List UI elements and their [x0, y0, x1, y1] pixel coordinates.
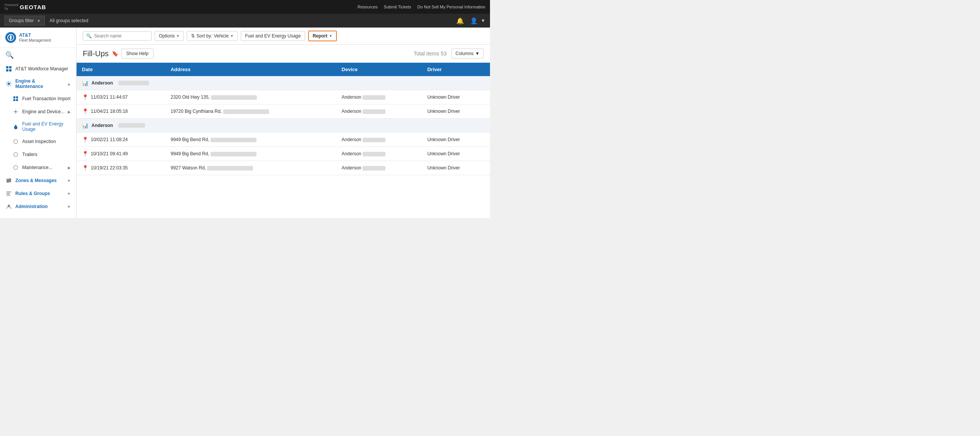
device-blurred — [363, 138, 385, 142]
submit-tickets-link[interactable]: Submit Tickets — [384, 5, 412, 9]
svg-rect-4 — [9, 69, 11, 72]
puzzle-sm-icon — [12, 95, 19, 102]
sidebar-item-asset-inspection[interactable]: Asset Inspection — [0, 135, 76, 148]
sidebar-label-rules: Rules & Groups — [15, 191, 50, 196]
sort-value: Vehicle — [214, 33, 229, 39]
svg-point-11 — [14, 140, 18, 144]
report-chevron-icon: ▼ — [329, 34, 332, 38]
sort-button[interactable]: ⇅ Sort by: Vehicle ▼ — [187, 31, 238, 41]
fuel-ev-button[interactable]: Fuel and EV Energy Usage — [241, 31, 305, 41]
sidebar-item-fuel-ev[interactable]: Fuel and EV Energy Usage — [0, 118, 76, 135]
circle-sm-icon — [12, 138, 19, 145]
cell-driver: Unknown Driver — [427, 137, 460, 142]
svg-rect-6 — [13, 96, 15, 98]
cell-device: Anderson — [341, 165, 361, 171]
search-box: 🔍 — [83, 31, 152, 41]
report-button[interactable]: Report ▼ — [308, 31, 337, 41]
col-date: Date — [77, 63, 165, 76]
table-row[interactable]: 📍10/19/21 22:03:359927 Watson Rd, Anders… — [77, 161, 490, 175]
address-blurred — [223, 109, 269, 114]
sidebar-item-workforce-manager[interactable]: AT&T Workforce Manager — [0, 62, 76, 75]
maintenance-expand-icon: ▶ — [68, 166, 71, 170]
brand-text-block: AT&T Fleet Management — [19, 33, 51, 43]
location-icon: 📍 — [82, 151, 88, 157]
group-name: Anderson — [91, 80, 113, 86]
sidebar-item-engine-maintenance[interactable]: Engine & Maintenance ▲ — [0, 75, 76, 92]
page-title: Fill-Ups — [83, 49, 109, 58]
sidebar-label-asset-inspection: Asset Inspection — [22, 139, 56, 144]
search-icon: 🔍 — [86, 33, 92, 39]
cell-address: 9949 Big Bend Rd, — [171, 151, 209, 156]
user-menu[interactable]: 👤 ▼ — [470, 17, 485, 24]
sidebar-label-fuel-transaction: Fuel Transaction Import — [22, 96, 70, 101]
sidebar-item-maintenance[interactable]: Maintenance... ▶ — [0, 161, 76, 174]
col-device: Device — [336, 63, 422, 76]
svg-rect-15 — [7, 193, 10, 194]
cell-date: 11/03/21 11:44:07 — [91, 94, 128, 100]
svg-point-13 — [14, 166, 18, 170]
table-row[interactable]: 📍10/02/21 11:08:249949 Big Bend Rd, Ande… — [77, 133, 490, 147]
table-row[interactable]: 📍11/04/21 18:05:1819720 Big Cynthiana Rd… — [77, 104, 490, 119]
sidebar-item-administration[interactable]: Administration ▼ — [0, 200, 76, 213]
groups-bar-right: 🔔 👤 ▼ — [456, 17, 485, 24]
group-blurred — [118, 123, 145, 128]
zones-expand-icon: ▼ — [67, 179, 71, 183]
options-button[interactable]: Options ▼ — [155, 31, 184, 41]
sidebar-label-fuel-ev: Fuel and EV Energy Usage — [22, 121, 71, 132]
sidebar-item-trailers[interactable]: Trailers — [0, 148, 76, 161]
bookmark-icon[interactable]: 🔖 — [112, 50, 118, 57]
search-input[interactable] — [94, 33, 148, 39]
engine-device-expand-icon: ▶ — [68, 110, 71, 114]
gear-icon — [5, 80, 12, 87]
all-groups-text: All groups selected — [49, 18, 88, 23]
svg-point-10 — [15, 111, 16, 112]
address-blurred — [211, 138, 256, 142]
columns-chevron-icon: ▼ — [475, 51, 480, 56]
svg-point-17 — [8, 205, 10, 207]
table-group-row: 📊Anderson — [77, 76, 490, 90]
svg-rect-3 — [6, 69, 8, 72]
cell-device: Anderson — [341, 94, 361, 100]
main-layout: AT&T Fleet Management 🔍 AT&T Workforce M… — [0, 28, 490, 218]
svg-point-5 — [8, 83, 10, 85]
fuel-ev-label: Fuel and EV Energy Usage — [245, 33, 301, 39]
table-row[interactable]: 📍11/03/21 11:44:072320 Old Hwy 135, Ande… — [77, 90, 490, 104]
cell-date: 10/10/21 09:41:49 — [91, 151, 128, 156]
group-blurred — [118, 81, 149, 85]
address-blurred — [207, 166, 253, 171]
device-blurred — [363, 109, 385, 114]
address-blurred — [211, 152, 256, 156]
table-row[interactable]: 📍10/10/21 09:41:499949 Big Bend Rd, Ande… — [77, 147, 490, 161]
cell-address: 19720 Big Cynthiana Rd, — [171, 109, 222, 114]
sidebar-item-engine-device[interactable]: Engine and Device... ▶ — [0, 105, 76, 118]
options-label: Options — [159, 33, 175, 39]
table-header-row: Date Address Device Driver — [77, 63, 490, 76]
sidebar-search-icon[interactable]: 🔍 — [5, 51, 14, 59]
do-not-sell-link[interactable]: Do Not Sell My Personal Information — [417, 5, 485, 9]
sidebar-item-zones-messages[interactable]: Zones & Messages ▼ — [0, 174, 76, 187]
device-blurred — [363, 166, 385, 171]
sidebar-label-trailers: Trailers — [22, 152, 38, 157]
notifications-icon[interactable]: 🔔 — [456, 17, 464, 24]
svg-rect-1 — [6, 66, 8, 68]
cell-date: 10/19/21 22:03:35 — [91, 165, 128, 171]
columns-label: Columns — [456, 51, 474, 56]
columns-button[interactable]: Columns ▼ — [451, 49, 484, 59]
groups-bar: Groups filter ▼ All groups selected 🔔 👤 … — [0, 14, 490, 28]
resources-link[interactable]: Resources — [358, 5, 378, 9]
sidebar-item-rules-groups[interactable]: Rules & Groups ▼ — [0, 187, 76, 200]
trailer-icon — [12, 151, 19, 158]
group-chart-icon: 📊 — [82, 122, 88, 129]
svg-rect-9 — [16, 99, 18, 101]
location-icon: 📍 — [82, 108, 88, 114]
svg-rect-2 — [9, 66, 11, 68]
cell-address: 9927 Watson Rd, — [171, 165, 206, 171]
map-icon — [5, 177, 12, 184]
sidebar-item-fuel-transaction[interactable]: Fuel Transaction Import — [0, 92, 76, 105]
admin-icon — [5, 203, 12, 210]
groups-filter-button[interactable]: Groups filter ▼ — [5, 16, 45, 26]
show-help-button[interactable]: Show Help — [121, 49, 154, 59]
sidebar-label-zones: Zones & Messages — [15, 178, 57, 183]
cell-address: 9949 Big Bend Rd, — [171, 137, 209, 142]
groups-filter-chevron-icon: ▼ — [37, 19, 41, 23]
